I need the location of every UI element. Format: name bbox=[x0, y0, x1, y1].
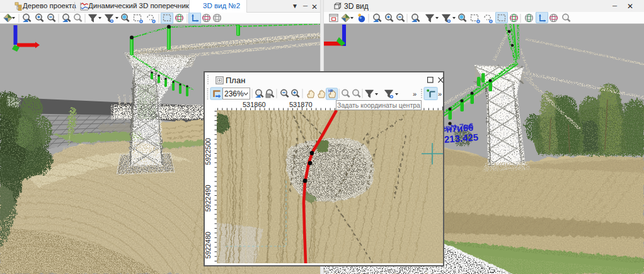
svg-text:НВ: НВ bbox=[328, 89, 333, 93]
svg-text:5922490: 5922490 bbox=[205, 185, 212, 212]
svg-text:»: » bbox=[413, 90, 417, 98]
svg-text:5922500: 5922500 bbox=[205, 138, 212, 165]
svg-text:236%: 236% bbox=[224, 89, 244, 98]
svg-text:»: » bbox=[438, 90, 442, 98]
svg-text:5922480: 5922480 bbox=[205, 232, 212, 259]
